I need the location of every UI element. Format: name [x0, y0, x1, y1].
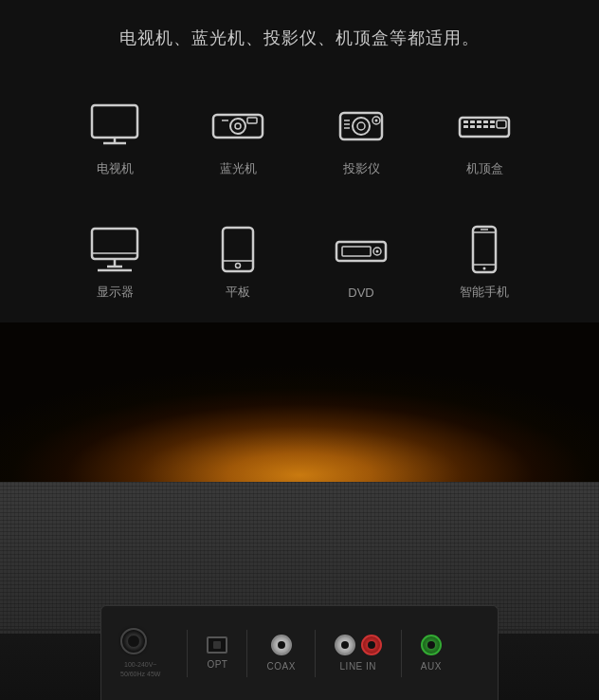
svg-rect-34 [223, 228, 253, 271]
icon-item-bluray: 蓝光机 [176, 78, 300, 201]
smartphone-icon [454, 225, 515, 274]
svg-point-12 [375, 120, 378, 122]
port-divider-3 [315, 630, 316, 677]
aux-inner [427, 641, 435, 649]
svg-rect-20 [477, 120, 481, 123]
bluray-label: 蓝光机 [220, 160, 257, 177]
projector-icon [331, 101, 391, 151]
aux-label: AUX [421, 661, 442, 672]
icon-item-projector: 投影仪 [300, 78, 423, 201]
svg-rect-0 [92, 105, 137, 138]
icon-item-dvd: DVD [300, 201, 423, 324]
bluray-icon [208, 101, 268, 151]
port-group-linein: LINE IN [335, 635, 382, 672]
opt-label: OPT [207, 659, 227, 670]
svg-rect-23 [463, 125, 468, 128]
icons-grid: 电视机 蓝光机 [53, 78, 546, 324]
smartphone-label: 智能手机 [460, 284, 509, 301]
linein-port-white [335, 635, 355, 655]
svg-point-4 [230, 119, 245, 134]
bottom-section: 100-240V~50/60Hz 45W OPT COAX [0, 482, 599, 700]
coax-port [271, 635, 292, 655]
monitor-label: 显示器 [97, 284, 134, 301]
coax-inner [278, 641, 285, 649]
port-divider-1 [187, 630, 188, 677]
svg-point-5 [235, 123, 241, 129]
icon-item-tablet: 平板 [176, 201, 300, 324]
svg-point-9 [353, 118, 370, 135]
svg-rect-7 [247, 118, 257, 123]
svg-rect-27 [490, 125, 495, 128]
linein-label: LINE IN [340, 661, 377, 672]
port-group-power: 100-240V~50/60Hz 45W [120, 628, 164, 679]
tv-icon [84, 101, 145, 151]
icon-item-tv: 电视机 [53, 78, 176, 201]
linein-inner-red [368, 641, 375, 649]
aux-port [421, 635, 442, 655]
page-wrapper: 电视机、蓝光机、投影仪、机顶盒等都适用。 电视机 [0, 0, 599, 700]
settopbox-label: 机顶盒 [466, 160, 503, 177]
tablet-label: 平板 [226, 284, 250, 301]
svg-rect-28 [497, 120, 506, 128]
svg-rect-26 [483, 125, 488, 128]
ports-panel: 100-240V~50/60Hz 45W OPT COAX [100, 605, 499, 700]
svg-rect-18 [463, 120, 468, 123]
port-group-coax: COAX [266, 635, 295, 672]
svg-point-10 [357, 122, 365, 130]
monitor-icon [84, 225, 145, 274]
linein-port-red [361, 635, 382, 655]
linein-pair [335, 635, 382, 655]
port-divider-4 [401, 630, 402, 677]
port-group-aux: AUX [421, 635, 442, 672]
svg-rect-25 [477, 125, 481, 128]
svg-rect-22 [490, 120, 495, 123]
port-divider-2 [246, 630, 247, 677]
power-jack [120, 628, 147, 654]
linein-inner-white [341, 641, 349, 649]
svg-rect-19 [470, 120, 475, 123]
header-text: 电视机、蓝光机、投影仪、机顶盒等都适用。 [119, 27, 480, 49]
tv-label: 电视机 [97, 160, 134, 177]
svg-rect-41 [473, 227, 496, 272]
svg-rect-38 [342, 247, 371, 256]
svg-rect-29 [92, 229, 137, 259]
settopbox-icon [454, 101, 515, 151]
svg-point-44 [483, 267, 486, 270]
svg-point-35 [236, 264, 241, 268]
svg-rect-24 [470, 125, 475, 128]
dvd-icon [331, 227, 391, 276]
coax-label: COAX [266, 661, 295, 672]
svg-point-40 [376, 249, 379, 252]
tablet-icon [208, 225, 268, 274]
icon-item-monitor: 显示器 [53, 201, 176, 324]
voltage-label: 100-240V~50/60Hz 45W [120, 660, 160, 679]
svg-rect-21 [483, 120, 488, 123]
port-group-opt: OPT [207, 636, 227, 670]
opt-port [207, 636, 227, 654]
icon-item-smartphone: 智能手机 [423, 201, 546, 324]
dvd-label: DVD [348, 286, 373, 300]
icon-item-settopbox: 机顶盒 [423, 78, 546, 201]
projector-label: 投影仪 [343, 160, 380, 177]
